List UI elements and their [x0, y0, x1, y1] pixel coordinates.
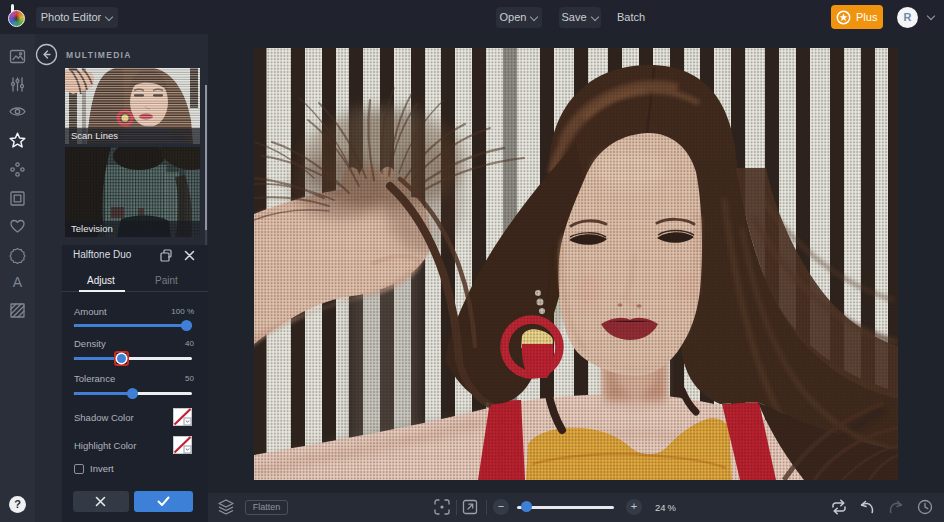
svg-text:A: A: [13, 274, 23, 290]
